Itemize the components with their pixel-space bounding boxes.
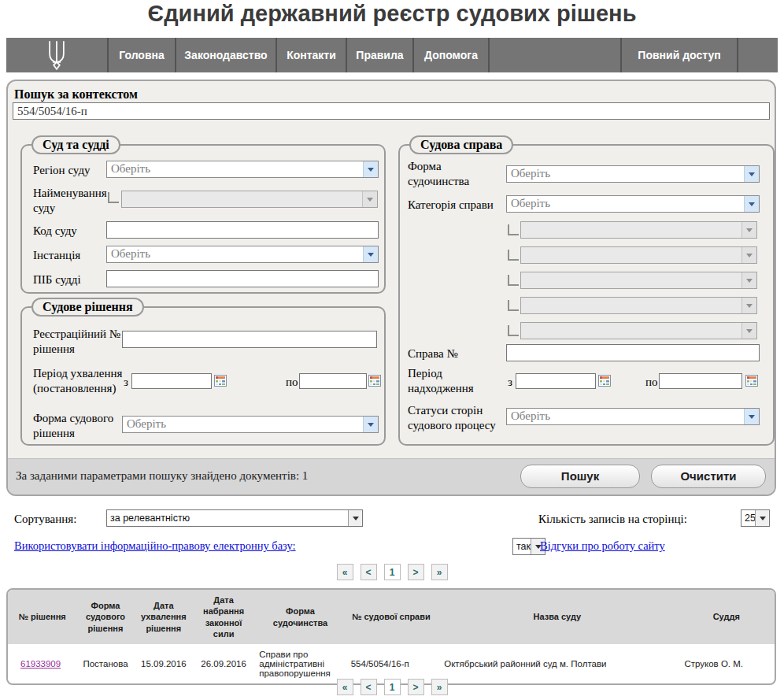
adoption-from-input[interactable] (131, 373, 212, 389)
judge-name-input[interactable] (106, 270, 379, 287)
header-court-name: Назва суду (436, 590, 678, 644)
case-category-label: Категорія справи (408, 198, 505, 213)
nav-spacer (488, 38, 620, 72)
decision-form-select[interactable]: Оберіть (122, 416, 379, 433)
calendar-icon[interactable] (745, 375, 758, 387)
pagination-last-button[interactable]: » (431, 564, 448, 580)
fieldset-court-case-legend: Судова справа (409, 135, 513, 154)
pagination-page-1-button[interactable]: 1 (384, 564, 401, 580)
pagination-next-button[interactable]: > (408, 679, 424, 695)
instance-select[interactable]: Оберіть (106, 246, 379, 263)
party-statuses-select-value: Оберіть (507, 409, 744, 424)
decision-form-label: Форма судового рішення (33, 411, 124, 441)
table-row: 61933909 Постанова 15.09.2016 26.09.2016… (8, 644, 775, 683)
court-code-label: Код суду (33, 224, 77, 239)
header-adoption-date: Дата ухвалення рішення (135, 590, 193, 644)
pagination-top: « < 1 > » (0, 564, 784, 580)
nav-item-contacts[interactable]: Контакти (276, 38, 346, 72)
calendar-icon[interactable] (368, 375, 381, 387)
cell-court-name: Октябрський районний суд м. Полтави (436, 644, 678, 683)
sorting-select[interactable]: за релевантністю (106, 509, 363, 527)
context-search-label: Пошук за контекстом (14, 87, 138, 102)
nav-item-home[interactable]: Головна (107, 38, 175, 72)
header-decision-form: Форма судового рішення (76, 590, 134, 644)
pagination-next-button[interactable]: > (408, 564, 424, 580)
receipt-from-input[interactable] (516, 373, 596, 389)
receipt-from-label: з (508, 376, 512, 389)
pagination-page-1-button[interactable]: 1 (384, 679, 401, 695)
calendar-icon[interactable] (214, 375, 227, 387)
legal-db-select-value: так (513, 539, 531, 554)
proceeding-form-select[interactable]: Оберіть (506, 165, 760, 183)
cell-effective-date: 26.09.2016 (193, 644, 254, 683)
adoption-period-label: Період ухвалення (постановлення) (33, 366, 124, 396)
subcategory-select-3-value (521, 272, 741, 288)
nav-item-help[interactable]: Допомога (412, 38, 488, 72)
pagination-first-button[interactable]: « (337, 679, 353, 695)
subordinate-mark (508, 300, 519, 311)
chevron-down-icon (744, 166, 759, 182)
court-name-select (121, 191, 378, 208)
party-statuses-select[interactable]: Оберіть (506, 408, 760, 425)
chevron-down-icon (741, 323, 756, 339)
legal-db-link[interactable]: Використовувати інформаційно-правову еле… (14, 539, 296, 553)
main-navigation: Головна Законодавство Контакти Правила Д… (6, 38, 778, 72)
cell-judge: Струков О. М. (678, 644, 775, 683)
region-select-value: Оберіть (107, 161, 363, 177)
reg-number-input[interactable] (122, 331, 377, 348)
header-proceeding-form: Форма судочинства (254, 590, 346, 644)
instance-label: Інстанція (33, 248, 80, 263)
context-search-input[interactable] (13, 102, 770, 120)
cell-adoption-date: 15.09.2016 (135, 644, 193, 683)
search-button[interactable]: Пошук (520, 465, 640, 488)
pagination-bottom: « < 1 > » (0, 679, 784, 695)
region-label: Регіон суду (33, 163, 91, 178)
chevron-down-icon (744, 196, 759, 212)
pagination-prev-button[interactable]: < (361, 679, 377, 695)
cell-proceeding-form: Справи про адміністративні правопорушенн… (254, 644, 346, 683)
fieldset-court-decision-legend: Судове рішення (31, 298, 144, 317)
header-decision-number: № рішення (8, 590, 76, 644)
feedback-link[interactable]: Відгуки про роботу сайту (540, 539, 665, 553)
subordinate-mark (508, 325, 519, 336)
subordinate-mark (508, 224, 519, 235)
page-title: Єдиний державний реєстр судових рішень (0, 1, 784, 27)
subcategory-select-5-value (521, 323, 741, 339)
party-statuses-label: Статуси сторін судового процесу (408, 403, 510, 433)
receipt-to-input[interactable] (659, 373, 742, 389)
subordinate-mark (108, 192, 119, 203)
chevron-down-icon (741, 222, 756, 238)
results-count-text: За заданими параметрами пошуку знайдено … (16, 469, 308, 483)
case-category-select[interactable]: Оберіть (506, 195, 760, 213)
case-number-input[interactable] (506, 344, 760, 361)
decision-number-link[interactable]: 61933909 (20, 659, 61, 669)
receipt-period-label: Період надходження (408, 366, 494, 396)
trident-icon (44, 40, 69, 70)
page-size-select[interactable]: 25 (741, 509, 770, 527)
adoption-to-input[interactable] (299, 373, 367, 389)
home-logo-button[interactable] (6, 38, 107, 72)
adoption-to-label: по (286, 376, 298, 389)
instance-select-value: Оберіть (107, 246, 363, 262)
sorting-select-value: за релевантністю (107, 510, 348, 526)
calendar-icon[interactable] (598, 375, 611, 387)
chevron-down-icon (741, 247, 756, 263)
clear-button[interactable]: Очистити (651, 465, 766, 488)
court-code-input[interactable] (106, 221, 379, 239)
region-select[interactable]: Оберіть (106, 161, 379, 178)
decision-form-select-value: Оберіть (123, 417, 363, 432)
nav-item-legislation[interactable]: Законодавство (175, 38, 276, 72)
page-size-label: Кількість записів на сторінці: (538, 513, 687, 526)
nav-item-full-access[interactable]: Повний доступ (620, 38, 737, 72)
pagination-first-button[interactable]: « (337, 564, 353, 580)
nav-tail (737, 38, 778, 72)
chevron-down-icon (755, 510, 769, 526)
nav-item-rules[interactable]: Правила (346, 38, 412, 72)
adoption-from-label: з (124, 376, 128, 389)
chevron-down-icon (744, 409, 759, 424)
pagination-prev-button[interactable]: < (361, 564, 377, 580)
pagination-last-button[interactable]: » (431, 679, 448, 695)
case-number-label: Справа № (408, 346, 458, 361)
subcategory-select-4 (520, 297, 757, 314)
header-effective-date: Дата набрання законної сили (193, 590, 254, 644)
